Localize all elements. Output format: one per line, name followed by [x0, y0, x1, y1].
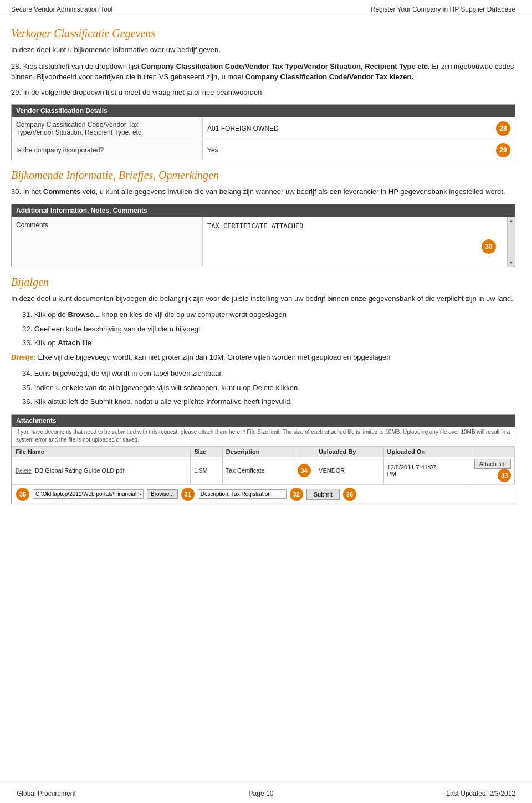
- badge-35: 35: [16, 488, 29, 501]
- delete-button[interactable]: Delete: [16, 468, 32, 474]
- badge-34-cell: 34: [293, 457, 315, 484]
- vendor-row2-label: Is the company incorporated?: [12, 140, 203, 160]
- page-footer: Global Procurement Page 10 Last Updated:…: [0, 784, 532, 803]
- section1-intro: In deze deel kunt u bijkomende informati…: [11, 44, 515, 55]
- col-attach: [470, 446, 515, 457]
- comments-inner: Comments TAX CERTIFICATE ATTACHED 30 ▲ ▼: [12, 217, 515, 267]
- vendor-table-row2: Is the company incorporated? Yes 29: [12, 140, 515, 160]
- file-delete-cell: Delete DB Global Rating Guide OLD.pdf: [12, 457, 191, 484]
- col-filename: File Name: [12, 446, 191, 457]
- file-size: 1.9M: [191, 457, 223, 484]
- attachments-box: Attachments If you have documents that n…: [11, 414, 515, 504]
- item-32: 32. Geef een korte beschrijving van de v…: [22, 324, 515, 335]
- briefje-note: Briefje: Elke vijl die bijgevoegd wordt,…: [11, 352, 515, 363]
- attachments-header: Attachments: [12, 415, 515, 427]
- attachments-col-headers: File Name Size Description Uploaded By U…: [12, 446, 515, 457]
- badge-31: 31: [181, 488, 195, 501]
- page-subtitle: Register Your Company in HP Supplier Dat…: [371, 6, 515, 13]
- badge-30: 30: [482, 239, 496, 254]
- description-input[interactable]: [198, 489, 287, 499]
- browse-button[interactable]: Browse...: [147, 489, 178, 499]
- comments-value: TAX CERTIFICATE ATTACHED 30: [203, 217, 507, 267]
- submit-button[interactable]: Submit: [306, 489, 340, 500]
- attach-file-button[interactable]: Attach file: [474, 459, 511, 469]
- section3-intro: In deze deel u kunt documenten bijvoegen…: [11, 293, 515, 304]
- vendor-classification-table: Vendor Classification Details Company Cl…: [11, 104, 515, 160]
- main-content: Verkoper Classificatie Gegevens In deze …: [0, 17, 532, 524]
- comments-text: TAX CERTIFICATE ATTACHED: [207, 222, 303, 230]
- item-30: 30. In het Comments veld, u kunt alle ge…: [11, 186, 515, 197]
- app-title: Secure Vendor Administration Tool: [11, 6, 112, 13]
- vendor-table-header: Vendor Classification Details: [12, 105, 515, 117]
- upload-row: 35 Browse... 31 32 Submit 36: [12, 484, 515, 504]
- vendor-row2-value: Yes 29: [203, 140, 515, 160]
- attachments-table: File Name Size Description Uploaded By U…: [12, 446, 515, 484]
- footer-left: Global Procurement: [17, 790, 76, 797]
- badge-32: 32: [290, 488, 303, 501]
- comments-table: Additional Information, Notes, Comments …: [11, 204, 515, 267]
- badge-29: 29: [496, 143, 510, 157]
- attachment-file-row: Delete DB Global Rating Guide OLD.pdf 1.…: [12, 457, 515, 484]
- badge-28: 28: [496, 121, 510, 136]
- col-description: Description: [222, 446, 293, 457]
- section2-title: Bijkomende Informatie, Briefjes, Opmerki…: [11, 169, 515, 182]
- item-29: 29. In de volgende dropdown lijst u moet…: [11, 87, 515, 98]
- badge-34: 34: [298, 464, 311, 477]
- scrollbar[interactable]: ▲ ▼: [507, 217, 515, 267]
- item-34: 34. Eens bijgevoegd, de vijl wordt in ee…: [22, 368, 515, 379]
- vendor-row1-value: A01 FOREIGN OWNED 28: [203, 117, 515, 140]
- col-uploaded-on: Uploaded On: [383, 446, 470, 457]
- badge-36: 36: [343, 488, 356, 501]
- item-28: 28. Kies alstublieft van de dropdown lij…: [11, 61, 515, 83]
- comments-header: Additional Information, Notes, Comments: [12, 204, 515, 217]
- uploaded-by: VENDOR: [315, 457, 383, 484]
- page-header: Secure Vendor Administration Tool Regist…: [0, 0, 532, 17]
- item-33: 33. Klik op Attach file: [22, 337, 515, 349]
- badge-33: 33: [498, 469, 511, 482]
- col-size: Size: [191, 446, 223, 457]
- footer-right: Last Updated: 2/3/2012: [446, 790, 515, 797]
- attach-file-cell: Attach file 33: [470, 457, 515, 484]
- file-path-input[interactable]: [33, 489, 144, 499]
- scroll-down-icon[interactable]: ▼: [509, 260, 514, 265]
- item-35: 35. Indien u enkele van de al bijgevoegd…: [22, 382, 515, 393]
- col-uploaded-by: Uploaded By: [315, 446, 383, 457]
- vendor-row1-label: Company Classification Code/Vendor Tax T…: [12, 117, 203, 140]
- vendor-table-row1: Company Classification Code/Vendor Tax T…: [12, 117, 515, 140]
- col-badge34: [293, 446, 315, 457]
- item-36: 36. Klik alstublieft de Submit knop, nad…: [22, 396, 515, 407]
- comments-label: Comments: [12, 217, 203, 267]
- attachments-notice: If you have documents that need to be su…: [12, 427, 515, 446]
- uploaded-on: 12/8/2011 7:41:07 PM: [383, 457, 470, 484]
- file-name: DB Global Rating Guide OLD.pdf: [35, 467, 124, 474]
- section1-title: Verkoper Classificatie Gegevens: [11, 27, 515, 40]
- section3-title: Bijalgen: [11, 276, 515, 289]
- footer-center: Page 10: [249, 790, 274, 797]
- item-31: 31. Klik op de Browse... knop en kies de…: [22, 309, 515, 320]
- scroll-up-icon[interactable]: ▲: [509, 218, 514, 223]
- file-description: Tax Certificate: [222, 457, 293, 484]
